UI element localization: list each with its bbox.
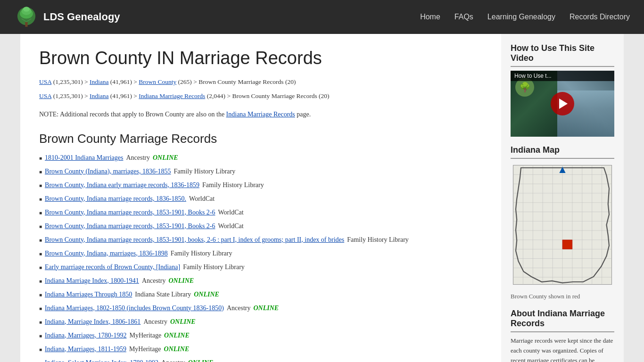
record-link-0[interactable]: 1810-2001 Indiana Marriages — [45, 153, 123, 163]
video-frame: 🌳 How to Use t... — [511, 71, 614, 137]
record-item-11: Indiana Marriages, 1802-1850 (includes B… — [39, 303, 487, 313]
page-title: Brown County IN Marriage Records — [39, 48, 487, 68]
record-online-badge-15: ONLINE — [188, 358, 214, 362]
nav-learning-genealogy[interactable]: Learning Genealogy — [487, 13, 555, 21]
record-link-12[interactable]: Indiana, Marriage Index, 1806-1861 — [45, 317, 140, 327]
map-section-title: Indiana Map — [511, 145, 614, 159]
svg-rect-1 — [25, 22, 27, 26]
record-source-8: Family History Library — [183, 262, 245, 272]
logo-area[interactable]: LDS Genealogy — [14, 5, 120, 29]
video-section-title: How to Use This Site Video — [511, 43, 614, 67]
record-item-12: Indiana, Marriage Index, 1806-1861 Ances… — [39, 317, 487, 327]
record-link-4[interactable]: Brown County, Indiana marriage records, … — [45, 207, 215, 217]
record-source-6: Family History Library — [347, 235, 409, 245]
record-item-9: Indiana Marriage Index, 1800-1941 Ancest… — [39, 276, 487, 286]
breadcrumb-brown-county-link-1[interactable]: Brown County — [139, 78, 176, 85]
main-content: Brown County IN Marriage Records USA (1,… — [20, 34, 501, 362]
record-item-4: Brown County, Indiana marriage records, … — [39, 207, 487, 217]
record-link-1[interactable]: Brown County (Indiana), marriages, 1836-… — [45, 166, 171, 176]
note-link[interactable]: Indiana Marriage Records — [226, 111, 295, 118]
record-link-10[interactable]: Indiana Marriages Through 1850 — [45, 289, 132, 299]
record-source-5: WorldCat — [218, 221, 244, 231]
record-item-15: Indiana, Select Marriage Index, 1780-199… — [39, 358, 487, 362]
breadcrumb-usa-link-1[interactable]: USA — [39, 78, 51, 85]
breadcrumb-indiana-marriage-records-link[interactable]: Indiana Marriage Records — [139, 92, 205, 99]
nav-faqs[interactable]: FAQs — [454, 13, 473, 21]
record-online-badge-11: ONLINE — [253, 303, 279, 313]
record-source-7: Family History Library — [171, 248, 232, 258]
record-source-15: Ancestry — [161, 358, 185, 362]
record-link-3[interactable]: Brown County, Indiana marriage records, … — [45, 194, 186, 204]
record-item-1: Brown County (Indiana), marriages, 1836-… — [39, 166, 487, 176]
svg-rect-30 — [562, 240, 572, 249]
note-prefix: NOTE: Additional records that apply to B… — [39, 111, 226, 118]
record-link-8[interactable]: Early marriage records of Brown County, … — [45, 262, 180, 272]
record-online-badge-14: ONLINE — [164, 344, 190, 354]
record-source-1: Family History Library — [174, 166, 236, 176]
about-section-title: About Indiana Marriage Records — [511, 309, 614, 332]
svg-point-4 — [23, 7, 30, 11]
record-item-14: Indiana, Marriages, 1811-1959 MyHeritage… — [39, 344, 487, 354]
record-link-11[interactable]: Indiana Marriages, 1802-1850 (includes B… — [45, 303, 224, 313]
note-paragraph: NOTE: Additional records that apply to B… — [39, 109, 487, 120]
record-item-3: Brown County, Indiana marriage records, … — [39, 194, 487, 204]
record-item-5: Brown County, Indiana marriage records, … — [39, 221, 487, 231]
indiana-map-section: Indiana Map — [511, 145, 614, 300]
record-online-badge-12: ONLINE — [170, 317, 196, 327]
record-source-10: Indiana State Library — [135, 289, 191, 299]
record-source-13: MyHeritage — [129, 330, 161, 340]
record-online-badge-0: ONLINE — [153, 153, 178, 163]
breadcrumb-indiana-link-1[interactable]: Indiana — [90, 78, 108, 85]
record-source-11: Ancestry — [227, 303, 251, 313]
breadcrumb-usa-link-2[interactable]: USA — [39, 92, 51, 99]
site-logo-text[interactable]: LDS Genealogy — [43, 11, 120, 23]
header: LDS Genealogy Home FAQs Learning Genealo… — [0, 0, 644, 34]
record-source-2: Family History Library — [202, 180, 264, 190]
record-link-2[interactable]: Brown County, Indiana early marriage rec… — [45, 180, 199, 190]
record-item-0: 1810-2001 Indiana Marriages Ancestry ONL… — [39, 153, 487, 163]
breadcrumb-2: USA (1,235,301) > Indiana (41,961) > Ind… — [39, 91, 487, 101]
record-item-2: Brown County, Indiana early marriage rec… — [39, 180, 487, 190]
record-online-badge-9: ONLINE — [168, 276, 194, 286]
record-online-badge-10: ONLINE — [194, 289, 219, 299]
record-item-10: Indiana Marriages Through 1850 Indiana S… — [39, 289, 487, 299]
video-thumbnail[interactable]: 🌳 How to Use t... — [511, 71, 614, 137]
sidebar: How to Use This Site Video 🌳 How to Use … — [501, 34, 624, 362]
page-wrapper: Brown County IN Marriage Records USA (1,… — [20, 34, 624, 362]
record-source-0: Ancestry — [126, 153, 150, 163]
breadcrumb-indiana-link-2[interactable]: Indiana — [90, 92, 108, 99]
nav-records-directory[interactable]: Records Directory — [570, 13, 630, 21]
indiana-map-svg — [511, 163, 614, 287]
record-link-7[interactable]: Brown County, Indiana, marriages, 1836-1… — [45, 248, 168, 258]
records-list: 1810-2001 Indiana Marriages Ancestry ONL… — [39, 153, 487, 362]
record-item-6: Brown County, Indiana marriage records, … — [39, 235, 487, 245]
record-link-13[interactable]: Indiana, Marriages, 1780-1992 — [45, 330, 126, 340]
video-title-bar: How to Use t... — [511, 71, 614, 81]
section-title: Brown County Marriage Records — [39, 132, 487, 146]
record-link-5[interactable]: Brown County, Indiana marriage records, … — [45, 221, 215, 231]
main-nav: Home FAQs Learning Genealogy Records Dir… — [420, 13, 630, 21]
record-link-15[interactable]: Indiana, Select Marriage Index, 1780-199… — [45, 358, 158, 362]
record-item-7: Brown County, Indiana, marriages, 1836-1… — [39, 248, 487, 258]
record-item-13: Indiana, Marriages, 1780-1992 MyHeritage… — [39, 330, 487, 340]
record-item-8: Early marriage records of Brown County, … — [39, 262, 487, 272]
record-online-badge-13: ONLINE — [164, 330, 190, 340]
record-link-14[interactable]: Indiana, Marriages, 1811-1959 — [45, 344, 126, 354]
about-section: About Indiana Marriage Records Marriage … — [511, 309, 614, 362]
nav-home[interactable]: Home — [420, 13, 440, 21]
record-source-12: Ancestry — [143, 317, 167, 327]
record-link-6[interactable]: Brown County, Indiana marriage records, … — [45, 235, 344, 245]
record-source-14: MyHeritage — [129, 344, 161, 354]
record-source-3: WorldCat — [189, 194, 215, 204]
indiana-map-container — [511, 163, 614, 289]
record-source-4: WorldCat — [218, 207, 244, 217]
indiana-map-label: Brown County shown in red — [511, 293, 614, 300]
record-link-9[interactable]: Indiana Marriage Index, 1800-1941 — [45, 276, 139, 286]
note-suffix: page. — [295, 111, 311, 118]
logo-tree-icon — [14, 5, 39, 29]
video-play-button[interactable] — [551, 92, 574, 115]
breadcrumb-1: USA (1,235,301) > Indiana (41,961) > Bro… — [39, 77, 487, 87]
record-source-9: Ancestry — [142, 276, 166, 286]
about-section-text: Marriage records were kept since the dat… — [511, 336, 614, 362]
